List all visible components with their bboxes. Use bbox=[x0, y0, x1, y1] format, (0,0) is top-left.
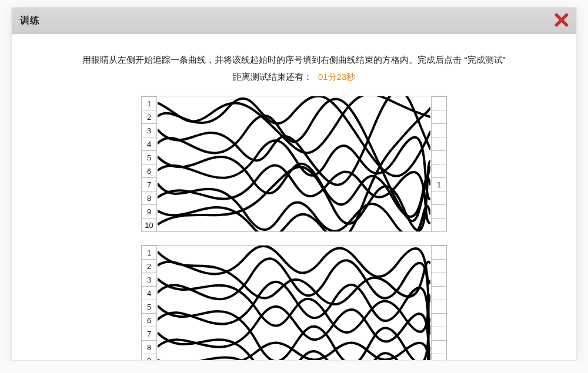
window-title: 训练 bbox=[20, 15, 40, 27]
title-bar: 训练 bbox=[12, 8, 576, 34]
left-label: 5 bbox=[142, 150, 157, 164]
answer-cell[interactable] bbox=[431, 191, 446, 204]
answer-cell[interactable] bbox=[431, 273, 446, 286]
left-label: 3 bbox=[142, 273, 157, 286]
answer-cell[interactable] bbox=[431, 300, 446, 313]
left-label: 4 bbox=[142, 286, 157, 300]
answer-cell[interactable] bbox=[431, 164, 446, 177]
curve-board-2: 1 2 3 4 5 6 7 8 9 10 bbox=[141, 245, 447, 361]
left-label: 2 bbox=[142, 259, 157, 273]
close-button[interactable] bbox=[554, 12, 569, 28]
curve-canvas-1 bbox=[158, 96, 430, 231]
answer-cell[interactable] bbox=[431, 354, 446, 361]
content-area: 用眼睛从左侧开始追踪一条曲线，并将该线起始时的序号填到右侧曲线结束的方格内。完成… bbox=[12, 34, 576, 361]
answer-cell[interactable] bbox=[431, 246, 446, 259]
left-label: 8 bbox=[142, 340, 157, 354]
left-label: 4 bbox=[142, 137, 157, 150]
answer-cell[interactable] bbox=[431, 340, 446, 354]
curve-canvas-2 bbox=[158, 246, 430, 361]
left-label: 6 bbox=[142, 164, 157, 177]
left-label: 10 bbox=[142, 218, 157, 231]
left-label: 9 bbox=[142, 354, 157, 361]
answer-cell[interactable]: 1 bbox=[431, 177, 446, 191]
answer-cell[interactable] bbox=[431, 123, 446, 137]
left-label: 7 bbox=[142, 177, 157, 191]
timer-value: 01分23秒 bbox=[318, 72, 355, 82]
left-label: 9 bbox=[142, 204, 157, 218]
answer-cell[interactable] bbox=[431, 313, 446, 327]
left-label: 1 bbox=[142, 246, 157, 259]
answer-cell[interactable] bbox=[431, 137, 446, 150]
dialog-window: 训练 用眼睛从左侧开始追踪一条曲线，并将该线起始时的序号填到右侧曲线结束的方格内… bbox=[11, 7, 577, 361]
answer-cell[interactable] bbox=[431, 150, 446, 164]
left-label: 7 bbox=[142, 327, 157, 340]
answer-cell[interactable] bbox=[431, 286, 446, 300]
left-label: 2 bbox=[142, 110, 157, 123]
left-label: 6 bbox=[142, 313, 157, 327]
boards-wrap: 1 2 3 4 5 6 71 8 9 10 bbox=[141, 96, 447, 361]
left-label: 3 bbox=[142, 123, 157, 137]
close-icon bbox=[554, 12, 569, 28]
answer-cell[interactable] bbox=[431, 96, 446, 110]
answer-cell[interactable] bbox=[431, 259, 446, 273]
answer-cell[interactable] bbox=[431, 218, 446, 231]
answer-cell[interactable] bbox=[431, 204, 446, 218]
curve-board-1: 1 2 3 4 5 6 71 8 9 10 bbox=[141, 96, 447, 232]
timer-label: 距离测试结束还有： bbox=[233, 72, 312, 82]
left-label: 5 bbox=[142, 300, 157, 313]
left-label: 1 bbox=[142, 96, 157, 110]
answer-cell[interactable] bbox=[431, 327, 446, 340]
left-label: 8 bbox=[142, 191, 157, 204]
instructions-text: 用眼睛从左侧开始追踪一条曲线，并将该线起始时的序号填到右侧曲线结束的方格内。完成… bbox=[29, 52, 559, 69]
instructions: 用眼睛从左侧开始追踪一条曲线，并将该线起始时的序号填到右侧曲线结束的方格内。完成… bbox=[29, 52, 559, 85]
answer-cell[interactable] bbox=[431, 110, 446, 123]
